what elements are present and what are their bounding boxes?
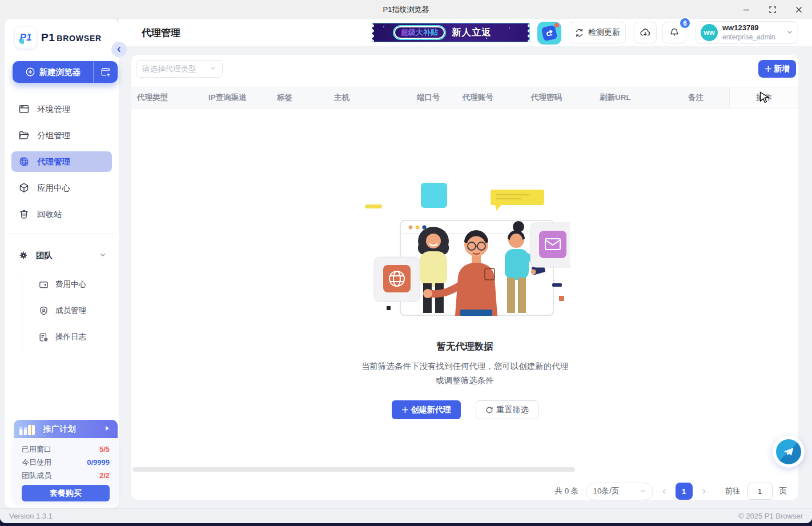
column-ip-channel[interactable]: IP查询渠道 — [208, 93, 277, 103]
chevron-left-icon — [116, 46, 122, 53]
promo-badge: 超级大补贴 — [393, 25, 446, 40]
mouse-cursor — [759, 91, 770, 106]
gift-illustration — [18, 423, 38, 436]
page-size-select[interactable]: 10条/页 — [586, 483, 653, 500]
new-browser-button[interactable]: 新建浏览器 — [13, 61, 94, 83]
proxy-globe-icon — [18, 156, 30, 167]
sidebar-section-team[interactable]: 团队 — [11, 245, 112, 266]
reset-filter-button[interactable]: 重置筛选 — [476, 400, 538, 419]
current-page-button[interactable]: 1 — [676, 483, 693, 500]
check-update-button[interactable]: 检测更新 — [569, 22, 626, 43]
stat-today-usage: 今日使用 0/9999 — [22, 456, 110, 469]
notifications-button[interactable]: 6 — [662, 22, 686, 43]
team-submenu: 费用中心 成员管理 操作日志 — [22, 276, 112, 355]
sidebar: P1 P1BROWSER 新建浏览器 环境管理 — [5, 19, 119, 508]
column-proxy-password[interactable]: 代理密码 — [531, 93, 600, 103]
column-proxy-account[interactable]: 代理账号 — [463, 93, 531, 103]
plus-icon — [401, 406, 409, 413]
notification-dot — [554, 23, 559, 27]
download-button[interactable] — [634, 22, 657, 43]
column-remark[interactable]: 备注 — [688, 93, 729, 103]
trash-icon — [18, 208, 30, 220]
stat-used-windows: 已用窗口 5/5 — [22, 443, 110, 456]
shield-user-icon — [38, 306, 49, 316]
notification-count-badge: 6 — [679, 17, 691, 29]
telegram-icon — [776, 439, 801, 464]
maximize-button[interactable] — [759, 0, 786, 19]
minimize-button[interactable] — [733, 0, 759, 19]
page-header: 代理管理 超级大补贴 新人立返 检测更新 — [119, 19, 812, 46]
chevron-down-icon — [210, 65, 216, 73]
plus-icon — [765, 65, 772, 73]
page-title: 代理管理 — [142, 26, 180, 39]
window-controls — [733, 0, 812, 19]
stat-today-usage-value: 0/9999 — [87, 458, 110, 467]
purchase-plan-button[interactable]: 套餐购买 — [22, 485, 110, 501]
horizontal-scrollbar[interactable] — [132, 467, 575, 472]
sidebar-item-appcenter[interactable]: 应用中心 — [11, 178, 112, 198]
chevron-down-icon — [640, 487, 646, 496]
user-meta: ww123789 enterprise_admin — [722, 23, 782, 41]
user-menu[interactable]: ww ww123789 enterprise_admin — [696, 21, 798, 44]
app-logo: P1 P1BROWSER — [5, 19, 119, 49]
bell-icon — [669, 27, 680, 38]
close-button[interactable] — [786, 0, 812, 19]
avatar: ww — [701, 24, 718, 41]
sidebar-collapse-button[interactable] — [111, 42, 127, 57]
sidebar-item-recycle[interactable]: 回收站 — [11, 204, 112, 224]
proxy-list-card: 请选择代理类型 新增 代理类型 IP查询渠道 标签 主机 端口号 代理账号 代理… — [131, 55, 798, 500]
column-proxy-type[interactable]: 代理类型 — [137, 93, 208, 103]
stat-team-members-value: 2/2 — [99, 471, 110, 480]
empty-state-description: 当前筛选条件下没有找到任何代理，您可以创建新的代理 或调整筛选条件 — [361, 359, 569, 388]
empty-state-illustration — [359, 177, 570, 320]
column-host[interactable]: 主机 — [334, 93, 417, 103]
copyright-label: © 2025 P1 Browser — [738, 512, 803, 520]
sidebar-menu: 环境管理 分组管理 代理管理 应用中心 — [11, 99, 112, 230]
plus-circle-icon — [25, 67, 35, 77]
service-app-icon[interactable] — [537, 22, 561, 45]
telegram-float-button[interactable] — [773, 436, 805, 468]
log-document-icon — [38, 332, 49, 343]
chevron-down-icon — [99, 251, 106, 260]
promo-ticket-banner[interactable]: 超级大补贴 新人立返 — [372, 23, 530, 42]
refresh-icon — [574, 28, 584, 38]
sidebar-item-groups[interactable]: 分组管理 — [11, 125, 112, 146]
folder-icon — [18, 130, 30, 141]
browser-window-icon — [18, 103, 30, 115]
empty-state: 暂无代理数据 当前筛选条件下没有找到任何代理，您可以创建新的代理 或调整筛选条件… — [131, 177, 798, 419]
wallet-icon — [38, 279, 49, 290]
sidebar-item-logs[interactable]: 操作日志 — [38, 328, 112, 346]
create-proxy-button[interactable]: 创建新代理 — [392, 400, 461, 419]
next-page-button[interactable] — [700, 487, 708, 496]
new-browser-split-button: 新建浏览器 — [13, 61, 118, 83]
user-name: ww123789 — [722, 23, 782, 33]
pagination: 共 0 条 10条/页 1 前往 页 — [554, 482, 787, 500]
stat-team-members: 团队成员 2/2 — [22, 469, 110, 482]
chevron-down-icon — [786, 27, 793, 38]
sidebar-item-billing[interactable]: 费用中心 — [38, 276, 112, 293]
goto-label: 前往 — [725, 486, 741, 496]
app-box-icon — [18, 182, 30, 194]
promotion-banner[interactable]: 推广计划 — [14, 420, 118, 438]
title-bar: P1指纹浏览器 — [0, 0, 812, 19]
version-label: Version 1.3.1 — [9, 512, 53, 520]
gear-icon — [18, 250, 29, 260]
proxy-type-select[interactable]: 请选择代理类型 — [136, 60, 223, 78]
browser-plus-icon — [100, 66, 111, 78]
promo-title: 新人立返 — [452, 26, 492, 39]
goto-page-input[interactable] — [747, 483, 773, 500]
arrow-right-icon — [105, 425, 118, 432]
sidebar-item-environment[interactable]: 环境管理 — [11, 99, 112, 119]
column-tag[interactable]: 标签 — [277, 93, 334, 103]
cloud-download-icon — [640, 27, 651, 38]
batch-create-button[interactable] — [94, 61, 118, 83]
prev-page-button[interactable] — [660, 487, 669, 496]
logo-text: P1BROWSER — [41, 31, 102, 44]
content-area: 请选择代理类型 新增 代理类型 IP查询渠道 标签 主机 端口号 代理账号 代理… — [119, 46, 812, 508]
sidebar-item-proxy[interactable]: 代理管理 — [11, 151, 112, 172]
column-port[interactable]: 端口号 — [417, 93, 463, 103]
sidebar-item-members[interactable]: 成员管理 — [38, 302, 112, 319]
add-proxy-button[interactable]: 新增 — [758, 60, 796, 78]
sidebar-divider — [5, 234, 119, 234]
column-refresh-url[interactable]: 刷新URL — [600, 93, 688, 103]
